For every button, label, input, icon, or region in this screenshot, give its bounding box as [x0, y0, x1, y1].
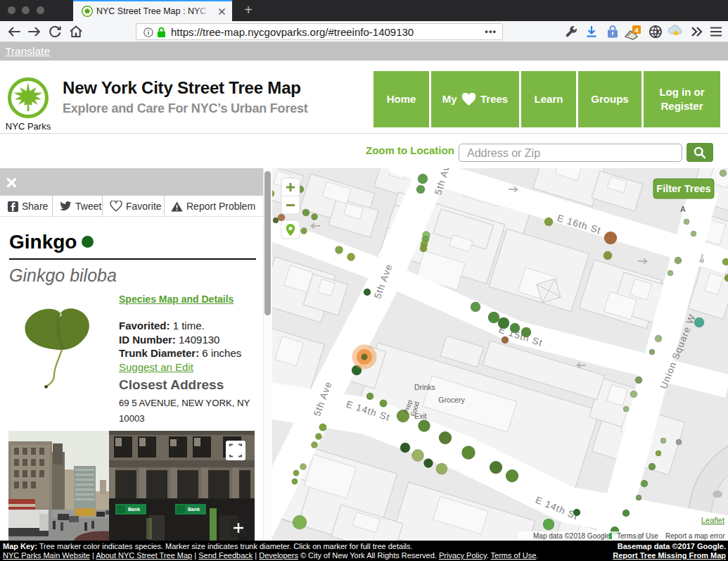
- svg-text:Leaflet: Leaflet: [701, 516, 724, 524]
- svg-text:Terms of Use: Terms of Use: [617, 532, 658, 540]
- svg-text:4: 4: [634, 26, 639, 34]
- svg-text:Exit: Exit: [414, 412, 427, 420]
- svg-text:Filter Trees: Filter Trees: [656, 183, 710, 194]
- svg-text:Map data ©2018 Google: Map data ©2018 Google: [533, 532, 611, 540]
- svg-text:Grocery: Grocery: [438, 396, 465, 404]
- svg-text:Bank: Bank: [188, 507, 200, 512]
- svg-text:Bank: Bank: [128, 507, 140, 512]
- svg-text:Drinks: Drinks: [414, 383, 435, 391]
- svg-text:A: A: [680, 205, 686, 213]
- svg-text:Report a map error: Report a map error: [665, 532, 725, 540]
